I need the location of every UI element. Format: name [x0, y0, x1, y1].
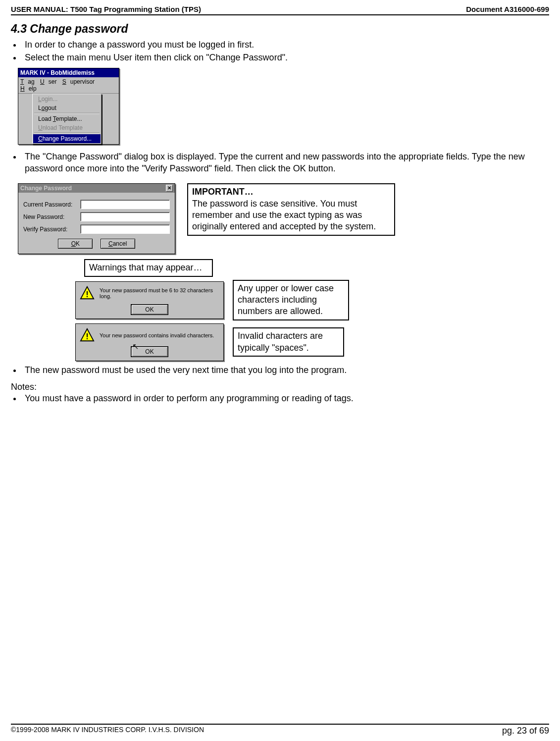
window-title: MARK IV - BobMiddlemiss [18, 68, 119, 77]
menu-separator [34, 113, 100, 114]
menubar: Tag User Supervisor Help [18, 77, 119, 94]
ok-button[interactable]: OK [58, 239, 93, 249]
warning-dialog-invalid: ! Your new password contains invalid cha… [75, 323, 224, 361]
label-verify-password: Verify Password: [23, 226, 80, 233]
label-current-password: Current Password: [23, 201, 80, 208]
notes-bullet: You must have a password in order to per… [22, 392, 549, 404]
verify-password-input[interactable] [80, 224, 170, 234]
menu-separator [34, 133, 100, 134]
current-password-input[interactable] [80, 200, 170, 209]
svg-text:!: ! [86, 289, 89, 299]
section-heading: 4.3 Change password [11, 22, 549, 36]
warning-ok-button[interactable]: OK [131, 305, 168, 315]
important-box: IMPORTANT… The password is case sensitiv… [187, 183, 395, 236]
menu-help[interactable]: Help [20, 85, 37, 92]
important-heading: IMPORTANT… [192, 186, 390, 198]
warning-icon: ! [80, 328, 95, 343]
warning-icon: ! [80, 286, 95, 301]
header-right: Document A316000-699 [466, 5, 549, 13]
bullet-top-2: Select the main menu User item then clic… [22, 52, 549, 63]
menu-item-unload-template: Unload Template [33, 123, 101, 132]
menu-item-change-password[interactable]: Change Password... [33, 134, 101, 143]
dialog-title: Change Password [20, 185, 72, 192]
svg-text:!: ! [86, 331, 89, 341]
warning-text-invalid: Your new password contains invalid chara… [100, 332, 214, 338]
warning-dialog-length: ! Your new password must be 6 to 32 char… [75, 281, 224, 319]
close-icon[interactable]: ✕ [166, 185, 173, 192]
menu-user[interactable]: User [40, 78, 56, 85]
menu-item-load-template[interactable]: Load Template... [33, 114, 101, 123]
warning-text-length: Your new password must be 6 to 32 charac… [100, 287, 219, 299]
menu-tag[interactable]: Tag [20, 78, 35, 85]
menu-item-logout[interactable]: Logout [33, 104, 101, 112]
warnings-label-box: Warnings that may appear… [84, 259, 213, 276]
menu-item-login: Login... [33, 95, 101, 104]
bullet-after-warnings: The new password must be used the very n… [22, 364, 549, 376]
menu-supervisor[interactable]: Supervisor [62, 78, 95, 85]
invalid-chars-note: Invalid characters are typically "spaces… [233, 327, 344, 357]
label-new-password: New Password: [23, 213, 80, 220]
bullet-top-1: In order to change a password you must b… [22, 39, 549, 51]
new-password-input[interactable] [80, 212, 170, 221]
footer-left: ©1999-2008 MARK IV INDUSTRIES CORP. I.V.… [11, 726, 204, 736]
user-dropdown: Login... Logout Load Template... Unload … [32, 94, 102, 144]
change-password-dialog: Change Password ✕ Current Password: New … [18, 183, 175, 254]
important-body: The password is case sensitive. You must… [192, 198, 390, 233]
bullet-mid: The "Change Password" dialog box is disp… [22, 151, 549, 175]
notes-label: Notes: [11, 382, 549, 392]
cancel-button[interactable]: Cancel [101, 239, 135, 249]
header-left: USER MANUAL: T500 Tag Programming Statio… [11, 5, 201, 13]
user-menu-screenshot: MARK IV - BobMiddlemiss Tag User Supervi… [18, 68, 119, 145]
allowed-chars-note: Any upper or lower case characters inclu… [233, 280, 349, 320]
cursor-icon: ↖ [132, 342, 139, 351]
footer-page-number: pg. 23 of 69 [502, 726, 549, 736]
